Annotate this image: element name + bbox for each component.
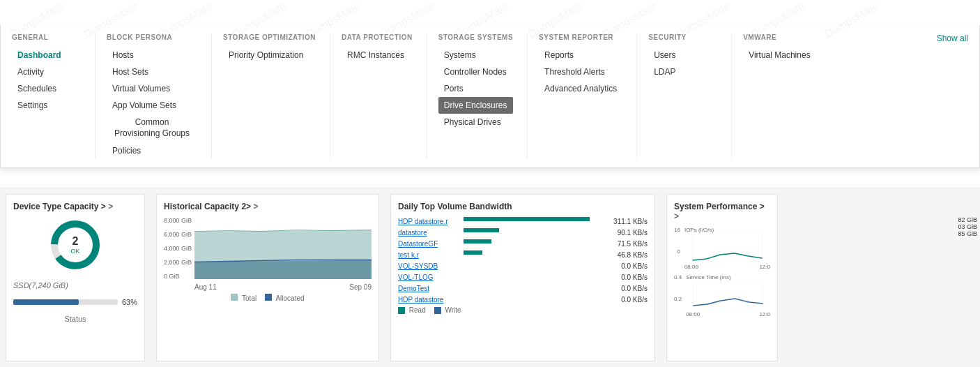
- bw-bar-6: [464, 284, 596, 292]
- bw-name-3[interactable]: test k.r: [398, 251, 461, 259]
- bw-read-bar-3: [464, 250, 482, 255]
- iops-chart-area: IOPs (I/O/s) 08:00 12:0: [684, 227, 770, 270]
- dropdown-menu: Show all GENERAL Dashboard Activity Sche…: [0, 0, 980, 188]
- legend-allocated-dot: [265, 294, 272, 301]
- bw-bar-7: [464, 295, 596, 304]
- menu-item-systems[interactable]: Systems: [438, 47, 513, 63]
- iops-max: 16: [674, 227, 680, 233]
- section-title-data-protection: DATA PROTECTION: [342, 33, 413, 41]
- menu-item-physical-drives[interactable]: Physical Drives: [438, 114, 513, 130]
- menu-item-host-sets[interactable]: Host Sets: [107, 63, 197, 80]
- menu-item-virtual-machines[interactable]: Virtual Machines: [743, 47, 816, 63]
- bw-name-4[interactable]: VOL-SYSDB: [398, 262, 461, 270]
- menu-item-advanced-analytics[interactable]: Advanced Analytics: [539, 80, 622, 97]
- bw-read-bar-0: [464, 217, 590, 221]
- iops-sparkline: [684, 234, 770, 262]
- bw-name-6[interactable]: DemoTest: [398, 285, 461, 292]
- menu-item-drive-enclosures[interactable]: Drive Enclosures: [438, 97, 513, 114]
- menu-item-controller-nodes[interactable]: Controller Nodes: [438, 63, 513, 80]
- bw-row-5: VOL-TLOG 0.0 KB/s: [398, 273, 648, 281]
- bw-bar-5: [464, 273, 596, 281]
- menu-item-priority-opt[interactable]: Priority Optimization: [223, 47, 316, 63]
- y-label-3: 2,000 GiB: [164, 259, 192, 266]
- svc-x-end: 12:0: [759, 311, 770, 317]
- menu-section-storage-systems: STORAGE SYSTEMS Systems Controller Nodes…: [438, 33, 528, 159]
- ssd-label: SSD(7,240 GiB): [13, 281, 68, 290]
- menu-item-rmc-instances[interactable]: RMC Instances: [342, 47, 413, 63]
- menu-item-reports[interactable]: Reports: [539, 47, 622, 63]
- menu-item-policies[interactable]: Policies: [107, 142, 197, 159]
- menu-item-app-volume-sets[interactable]: App Volume Sets: [107, 97, 197, 114]
- menu-item-activity[interactable]: Activity: [12, 63, 81, 80]
- chart-x-labels: Aug 11 Sep 09: [194, 283, 372, 291]
- bw-name-7[interactable]: HDP datastore: [398, 296, 461, 304]
- iops-y-axis: 16 0: [674, 227, 682, 255]
- menu-item-settings[interactable]: Settings: [12, 97, 81, 114]
- bw-row-1: datastore 90.1 KB/s: [398, 228, 648, 237]
- svc-y-axis: 0.4 0.2: [674, 274, 683, 302]
- bw-value-2: 71.5 KB/s: [599, 240, 648, 248]
- menu-item-users[interactable]: Users: [648, 47, 717, 63]
- bandwidth-title: Daily Top Volume Bandwidth: [398, 202, 648, 211]
- menu-item-schedules[interactable]: Schedules: [12, 80, 81, 97]
- menu-item-threshold-alerts[interactable]: Threshold Alerts: [539, 63, 622, 80]
- bw-bar-2: [464, 239, 596, 248]
- device-capacity-panel: Device Type Capacity > 2 OK SSD(7,240 Gi…: [6, 194, 145, 361]
- right-val-1: 03 GiB: [958, 223, 977, 230]
- device-capacity-title[interactable]: Device Type Capacity >: [13, 202, 137, 211]
- system-performance-panel: System Performance > 16 0 IOPs (I/O/s) 0…: [666, 194, 778, 361]
- section-title-vmware: VMWARE: [743, 33, 816, 41]
- menu-item-ports[interactable]: Ports: [438, 80, 513, 97]
- section-title-storage-systems: STORAGE SYSTEMS: [438, 33, 513, 41]
- y-label-1: 6,000 GiB: [164, 231, 192, 238]
- menu-item-ldap[interactable]: LDAP: [648, 63, 717, 80]
- right-values: 82 GiB 03 GiB 85 GiB: [958, 216, 977, 237]
- chart-legend: Total Allocated: [164, 294, 372, 302]
- bw-name-0[interactable]: HDP datastore.r: [398, 218, 461, 225]
- bw-row-0: HDP datastore.r 311.1 KB/s: [398, 217, 648, 225]
- menu-item-common-provisioning-groups[interactable]: Common Provisioning Groups: [107, 114, 197, 142]
- svc-x-labels: 08:00 12:0: [686, 311, 770, 317]
- bw-value-5: 0.0 KB/s: [599, 274, 648, 281]
- iops-section: 16 0 IOPs (I/O/s) 08:00 12:0: [674, 227, 770, 270]
- svc-x-start: 08:00: [686, 311, 700, 317]
- bw-row-6: DemoTest 0.0 KB/s: [398, 284, 648, 292]
- bw-bar-0: [464, 217, 596, 225]
- section-title-general: GENERAL: [12, 33, 81, 41]
- ssd-bar-row: 63%: [13, 298, 137, 306]
- service-time-section: 0.4 0.2 Service Time (ms) 08:00 12:0: [674, 274, 770, 317]
- menu-section-data-protection: DATA PROTECTION RMC Instances: [342, 33, 427, 159]
- y-label-0: 8,000 GiB: [164, 217, 192, 224]
- svg-marker-5: [194, 260, 372, 279]
- iops-x-end: 12:0: [759, 264, 770, 270]
- bw-value-3: 46.8 KB/s: [599, 251, 648, 259]
- bw-legend: Read Write: [398, 306, 648, 314]
- historical-capacity-title[interactable]: Historical Capacity 2>: [164, 202, 372, 211]
- menu-item-dashboard[interactable]: Dashboard: [12, 47, 81, 63]
- ssd-percentage: 63%: [122, 298, 137, 306]
- bw-value-1: 90.1 KB/s: [599, 229, 648, 237]
- section-title-storage-opt: STORAGE OPTIMIZATION: [223, 33, 316, 41]
- ssd-bar-fill: [13, 299, 79, 305]
- bw-value-7: 0.0 KB/s: [599, 296, 648, 304]
- menu-section-vmware: VMWARE Virtual Machines: [743, 33, 830, 159]
- system-performance-title[interactable]: System Performance >: [674, 202, 770, 221]
- menu-item-hosts[interactable]: Hosts: [107, 47, 197, 63]
- bw-bar-4: [464, 262, 596, 270]
- legend-allocated: Allocated: [265, 294, 304, 302]
- show-all-link[interactable]: Show all: [937, 33, 968, 43]
- bw-name-2[interactable]: DatastoreGF: [398, 240, 461, 248]
- bw-read-bar-2: [464, 239, 491, 244]
- right-val-0: 82 GiB: [958, 216, 977, 223]
- bw-name-5[interactable]: VOL-TLOG: [398, 274, 461, 281]
- bandwidth-panel: Daily Top Volume Bandwidth HDP datastore…: [390, 194, 655, 361]
- svc-chart-area: Service Time (ms) 08:00 12:0: [686, 274, 770, 317]
- svc-label: Service Time (ms): [686, 274, 770, 280]
- legend-total-dot: [231, 294, 238, 301]
- bw-legend-write: Write: [434, 306, 461, 314]
- menu-item-virtual-volumes[interactable]: Virtual Volumes: [107, 80, 197, 97]
- bw-name-1[interactable]: datastore: [398, 229, 461, 237]
- iops-zero: 0: [677, 248, 680, 255]
- historical-capacity-panel: Historical Capacity 2> 8,000 GiB 6,000 G…: [156, 194, 379, 361]
- ssd-row: SSD(7,240 GiB): [13, 281, 137, 290]
